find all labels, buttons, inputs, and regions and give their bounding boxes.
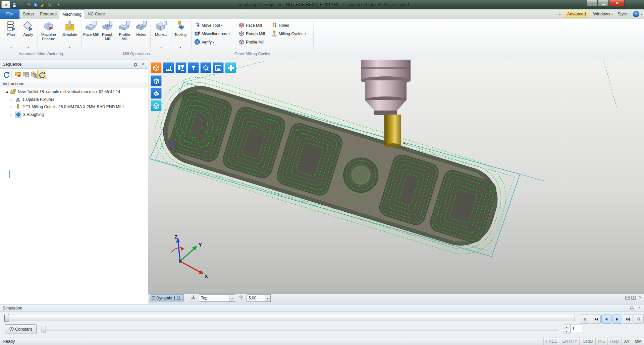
qat-options-icon[interactable]: ▾ [56,2,61,7]
face-mill-button[interactable]: Face Mill [83,20,99,50]
cpl-select[interactable]: Top ▾ [199,294,235,302]
face-mill-cycle-button[interactable]: Face Mill [237,21,263,29]
tab-file[interactable]: File [0,9,19,19]
pin-icon[interactable] [630,306,634,313]
cpl-dropdown-icon[interactable]: ▾ [229,295,235,301]
close-icon[interactable]: × [142,62,144,66]
stop-button[interactable] [580,315,590,324]
move-tool-button[interactable]: Move Tool ▾ [193,21,224,29]
plan-button[interactable]: Plan ▾ [3,20,19,50]
instructions-header[interactable]: Instructions [0,80,148,87]
machine-feature-button[interactable]: Machine Feature [38,20,59,50]
whats-this-icon[interactable]: ? [40,2,45,7]
toolpath-display-icon[interactable] [163,62,174,73]
maximize-button[interactable] [598,0,609,6]
cycle-spinner-down[interactable]: ▼ [563,329,570,334]
time-estimate-icon[interactable] [30,70,38,78]
toggle-free[interactable]: FREE [543,338,559,345]
tree-item-update-fixtures[interactable]: ▷ 1 Update Fixtures [9,96,54,103]
save-icon[interactable] [12,2,17,7]
split-vertical-icon[interactable] [631,296,636,301]
toggle-xy[interactable]: XY [621,338,632,345]
collapse-ribbon-icon[interactable]: ∧ [559,12,561,16]
edgecam-logo-icon[interactable]: e [1,1,10,8]
depth-dropdown-icon[interactable]: ▾ [265,295,270,301]
rough-mill-cycle-button[interactable]: Rough Mill [237,30,266,38]
holes-button[interactable]: Holes [133,20,149,50]
tree-item-roughing[interactable]: ▷ 3 Roughing [9,111,44,118]
tool-display-icon[interactable] [188,62,199,73]
redo-icon[interactable]: ↷ [26,2,31,7]
about-icon[interactable]: i [33,2,38,7]
help-icon[interactable]: ? [633,11,639,17]
verify-button[interactable]: i Verify ▾ [193,38,215,46]
view-mode-chip[interactable]: Dynamic 1.11 [150,294,184,301]
style-dropdown-icon[interactable]: ▾ [628,13,630,16]
find-button[interactable] [634,315,644,324]
operations-list-icon[interactable] [21,70,30,78]
tab-nc-code[interactable]: NC Code [85,9,107,19]
simulation-panel: Simulation × Constant ▲ ▼ 1 [0,304,644,338]
shading-mode-icon[interactable] [151,62,162,73]
toggle-entity[interactable]: ENTITY [560,338,580,345]
display-options-icon[interactable] [213,62,224,73]
help-dropdown-icon[interactable]: ▾ [641,13,642,16]
rough-mill-button[interactable]: Rough Mill [100,20,115,50]
milling-cycles-button[interactable]: Milling Cycles ▾ [270,30,307,38]
toolpath-report-icon[interactable] [13,70,22,78]
viewport-close-icon[interactable]: × [639,295,641,299]
caret-collapsed-icon[interactable]: ▷ [9,98,13,101]
caret-collapsed-icon[interactable]: ▷ [9,113,13,116]
split-horizontal-icon[interactable] [625,296,630,301]
tooling-button[interactable]: Tooling ▾ [172,20,189,50]
caret-collapsed-icon[interactable]: ▷ [9,105,13,109]
play-backward-button[interactable] [601,315,611,324]
cut-icon[interactable] [47,2,52,7]
holes-cycle-button[interactable]: Holes [270,21,290,29]
simulate-button[interactable]: Simulate ▾ [60,20,80,50]
profile-mill-button[interactable]: Profile Mill [117,20,132,50]
graphics-viewport[interactable]: Z Y X [148,60,644,293]
undo-icon[interactable]: ↶ [19,2,24,7]
cycle-number-field[interactable]: 1 [570,325,582,333]
speed-slider-handle[interactable] [42,326,46,333]
toggle-grid[interactable]: GRID [580,338,595,345]
regenerate-icon[interactable] [37,70,46,79]
caret-expanded-icon[interactable]: ◢ [5,90,9,93]
skip-to-end-button[interactable] [623,315,633,324]
profile-mill-cycle-button[interactable]: Profile Mill [237,38,265,46]
close-icon[interactable]: × [638,306,641,310]
more-button[interactable]: More... ▾ [153,20,169,50]
minimize-button[interactable]: – [587,0,598,6]
simulation-panel-header: Simulation × [0,304,644,312]
toggle-ins[interactable]: INS [595,338,607,345]
depth-select[interactable]: 5.00 ▾ [247,294,271,302]
tree-item-toolkit[interactable]: ◢ NC New Toolkit.18: sample mill vertica… [5,88,120,95]
windows-menu[interactable]: Windows [593,12,610,16]
tab-machining[interactable]: Machining [59,9,85,19]
close-button[interactable]: × [609,0,625,6]
refresh-sequence-icon[interactable] [2,70,10,78]
machine-simulation-icon[interactable] [175,62,186,73]
progress-slider-handle[interactable] [4,314,9,322]
toggle-rad[interactable]: RAD [607,338,621,345]
windows-dropdown-icon[interactable]: ▾ [611,13,613,16]
play-forward-button[interactable] [612,315,622,324]
advanced-mode-button[interactable]: Advanced [564,11,589,17]
window-layout-icon[interactable] [225,62,236,73]
speed-slider[interactable] [42,329,558,331]
translucent-view-icon[interactable] [151,100,162,111]
simulation-progress-slider[interactable] [4,315,575,321]
tree-item-milling-cutter[interactable]: ▷ 2 T1 Milling Cutter : 25.0 MM DIA X 2M… [9,103,125,111]
solid-view-icon[interactable] [151,88,162,99]
constant-speed-button[interactable]: Constant [5,324,37,334]
style-menu[interactable]: Style [618,12,627,16]
toggle-mm[interactable]: MM [632,338,644,345]
skip-to-start-button[interactable] [591,315,601,324]
stock-display-icon[interactable] [151,75,162,86]
miscellaneous-button[interactable]: Miscellaneous ▾ [193,30,231,38]
tab-setup[interactable]: Setup [19,9,38,19]
zoom-extents-icon[interactable] [200,62,211,73]
apply-button[interactable]: Apply ▾ [20,20,36,50]
tab-features[interactable]: Features [38,9,59,19]
